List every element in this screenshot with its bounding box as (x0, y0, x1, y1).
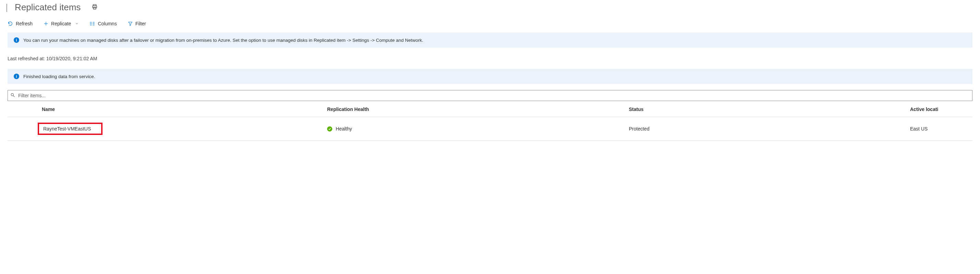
columns-icon (89, 21, 95, 26)
replication-health-value: Healthy (336, 126, 352, 131)
svg-line-13 (13, 95, 15, 97)
svg-marker-11 (128, 22, 132, 26)
loading-status-banner: i Finished loading data from service. (8, 69, 972, 84)
replicated-items-table: Name Replication Health Status Active lo… (8, 101, 972, 141)
column-header-replication-health[interactable]: Replication Health (323, 101, 625, 117)
loading-status-text: Finished loading data from service. (23, 74, 95, 79)
managed-disks-info-text: You can run your machines on managed dis… (23, 38, 423, 43)
active-location-value: East US (910, 126, 928, 131)
replication-health-cell: Healthy (327, 126, 620, 131)
replicate-label: Replicate (51, 21, 71, 26)
status-value: Protected (629, 126, 649, 131)
last-refreshed-label: Last refreshed at: (8, 56, 45, 61)
healthy-icon (327, 127, 332, 131)
table-row[interactable]: RayneTest-VMEastUS Healthy (8, 117, 972, 141)
filter-label: Filter (135, 21, 146, 26)
column-header-name[interactable]: Name (8, 101, 323, 117)
column-header-status[interactable]: Status (625, 101, 906, 117)
command-bar: Refresh Replicate (8, 19, 972, 33)
search-icon (10, 93, 15, 99)
column-header-active-location[interactable]: Active locati (906, 101, 972, 117)
chevron-down-icon (75, 21, 78, 26)
svg-rect-2 (94, 8, 96, 9)
info-icon: i (14, 37, 19, 43)
replicate-button[interactable]: Replicate (43, 21, 78, 26)
refresh-button[interactable]: Refresh (8, 21, 33, 26)
columns-label: Columns (98, 21, 116, 26)
filter-items-row (8, 90, 972, 101)
table-header-row: Name Replication Health Status Active lo… (8, 101, 972, 117)
page-header: stUS | Replicated items (0, 0, 980, 19)
title-separator: | (5, 2, 8, 13)
page-title: Replicated items (15, 2, 81, 13)
last-refreshed: Last refreshed at: 10/19/2020, 9:21:02 A… (8, 54, 972, 69)
filter-icon (128, 21, 133, 26)
info-icon: i (14, 74, 19, 79)
item-name[interactable]: RayneTest-VMEastUS (43, 126, 91, 131)
filter-items-input[interactable] (8, 90, 972, 101)
refresh-icon (8, 21, 13, 26)
managed-disks-info-banner: i You can run your machines on managed d… (8, 33, 972, 48)
item-name-highlight: RayneTest-VMEastUS (38, 123, 102, 135)
columns-button[interactable]: Columns (89, 21, 116, 26)
print-icon[interactable] (92, 4, 98, 11)
filter-button[interactable]: Filter (128, 21, 146, 26)
svg-point-12 (11, 93, 13, 96)
last-refreshed-value: 10/19/2020, 9:21:02 AM (46, 56, 97, 61)
plus-icon (43, 21, 48, 26)
refresh-label: Refresh (16, 21, 33, 26)
